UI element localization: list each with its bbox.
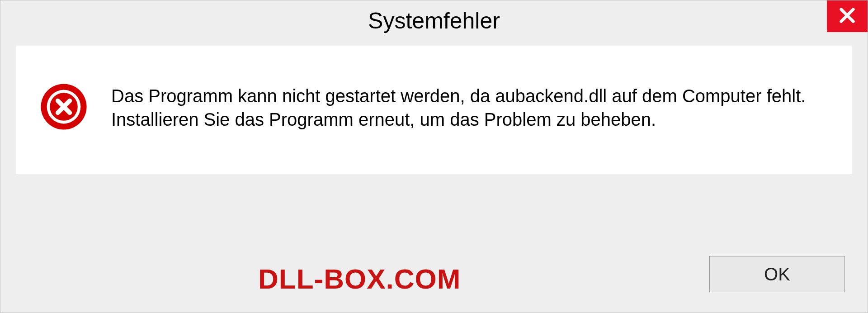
close-icon (838, 6, 856, 26)
dialog-title: Systemfehler (368, 8, 500, 34)
ok-button-label: OK (764, 264, 790, 285)
dialog-footer: DLL-BOX.COM OK (0, 245, 868, 313)
titlebar: Systemfehler (0, 0, 868, 41)
content-area: Das Programm kann nicht gestartet werden… (16, 46, 852, 174)
watermark-text: DLL-BOX.COM (258, 263, 461, 295)
close-button[interactable] (827, 0, 868, 32)
error-dialog: Systemfehler Das Programm kann nicht ges… (0, 0, 868, 313)
ok-button[interactable]: OK (709, 256, 845, 292)
error-message: Das Programm kann nicht gestartet werden… (111, 84, 825, 131)
error-icon (39, 82, 89, 133)
